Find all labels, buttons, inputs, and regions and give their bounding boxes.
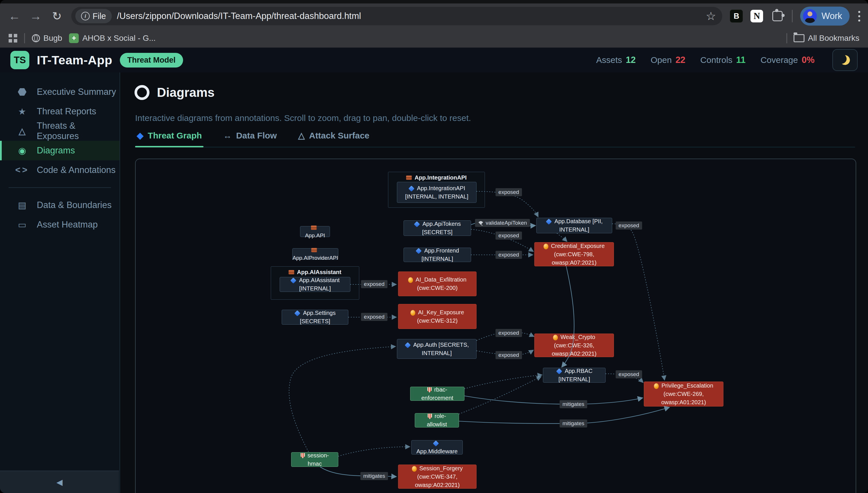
diagram-node-rbacenf[interactable]: rbac-enforcement: [410, 387, 464, 401]
sidebar-item-label: Executive Summary: [37, 87, 116, 97]
page-subtitle: Interactive diagrams from annotations. S…: [135, 113, 471, 123]
diamond-icon: ◆: [137, 130, 143, 141]
profile-button[interactable]: Work: [800, 7, 850, 26]
diagram-node-aikey[interactable]: AI_Key_Exposure (cwe:CWE-312): [398, 304, 477, 329]
warning-icon: △: [298, 130, 305, 141]
screen: ← → ↻ i File /Users/zippon/Downloads/IT-…: [0, 0, 868, 493]
bookmark-label: AHOB x Social - G...: [82, 34, 155, 43]
bookmark-star-icon[interactable]: ☆: [705, 9, 716, 23]
diagram-node-aidataexf[interactable]: AI_Data_Exfiltration (cwe:CWE-200): [398, 272, 477, 296]
tab-threat-graph[interactable]: ◆ Threat Graph: [135, 129, 204, 147]
orange-orb-icon: [412, 466, 417, 472]
orange-orb-icon: [553, 335, 558, 340]
brick-icon: [406, 175, 412, 180]
b-extension-icon[interactable]: B: [730, 9, 743, 23]
sidebar-item-label: Threats & Exposures: [37, 121, 120, 141]
notion-extension-icon[interactable]: N: [750, 10, 763, 22]
diagram-node-api[interactable]: App.API: [300, 226, 330, 237]
blue-diamond-icon: [405, 342, 411, 348]
hexagon-icon: [16, 88, 28, 96]
shield-icon: [427, 387, 432, 393]
edge-roleallow-rbac: [459, 377, 541, 414]
diagram-node-aiproviderapi[interactable]: App.AIProviderAPI: [292, 248, 338, 260]
shield-icon: [428, 414, 432, 419]
stat-coverage: Coverage0%: [761, 55, 814, 65]
edge-label-exposed: exposed: [495, 188, 522, 196]
diagram-node-weakcrypto[interactable]: Weak_Crypto (cwe:CWE-326, owasp:A02:2021…: [534, 334, 614, 357]
forward-icon[interactable]: →: [29, 9, 43, 23]
diagram-node-credential[interactable]: Credential_Exposure (cwe:CWE-798, owasp:…: [534, 242, 614, 266]
blue-diamond-icon: [414, 221, 420, 227]
blue-diamond-icon: [546, 219, 552, 225]
sidebar-item-threats-exposures[interactable]: △ Threats & Exposures: [0, 121, 120, 141]
diagram-node-auth[interactable]: App.Auth [SECRETS, INTERNAL]: [397, 339, 477, 359]
url-bar[interactable]: i File /Users/zippon/Downloads/IT-Team-A…: [71, 7, 722, 25]
diagram-node-database[interactable]: App.Database [PII, INTERNAL]: [536, 218, 612, 233]
diagram-node-integration[interactable]: App.IntegrationAPI [INTERNAL, INTERNAL]: [397, 182, 477, 203]
edge-label-mitigates: mitigates: [559, 420, 587, 428]
blue-diamond-icon: [416, 248, 422, 254]
bookmarks-bar: Bugb + AHOB x Social - G... All Bookmark…: [0, 29, 868, 48]
url-text[interactable]: /Users/zippon/Downloads/IT-Team-App/thre…: [117, 11, 701, 21]
sidebar-item-asset-heatmap[interactable]: ▭ Asset Heatmap: [0, 215, 120, 234]
edge-label-exposed: exposed: [495, 251, 522, 259]
tab-attack-surface[interactable]: △ Attack Surface: [296, 129, 371, 147]
bookmarks-right-separator: [786, 33, 787, 43]
reload-icon[interactable]: ↻: [50, 9, 64, 23]
theme-toggle-button[interactable]: [832, 49, 858, 71]
file-scheme-chip[interactable]: i File: [75, 9, 112, 23]
apps-grid-icon[interactable]: [8, 34, 17, 43]
browser-tab-strip: [0, 0, 868, 3]
profile-label: Work: [822, 11, 842, 21]
browser-toolbar: ← → ↻ i File /Users/zippon/Downloads/IT-…: [0, 3, 868, 29]
diagram-node-privesc[interactable]: Privilege_Escalation (cwe:CWE-269, owasp…: [644, 382, 723, 407]
blue-diamond-icon: [408, 185, 414, 191]
page-title: Diagrams: [157, 85, 215, 100]
sidebar-item-executive-summary[interactable]: Executive Summary: [0, 82, 120, 102]
satellite-icon: [478, 220, 484, 226]
extensions-puzzle-icon[interactable]: [772, 11, 783, 21]
diagram-canvas[interactable]: App.IntegrationAPIApp.AIAssistantexposed…: [135, 158, 856, 493]
bookmark-item-bugb[interactable]: Bugb: [32, 34, 62, 43]
diagram-node-apitokens[interactable]: App.ApiTokens [SECRETS]: [404, 220, 471, 236]
diagram-node-rbac[interactable]: App.RBAC [INTERNAL]: [543, 368, 606, 383]
edge-label-exposed: exposed: [616, 370, 642, 378]
sidebar-collapse-button[interactable]: ◀: [0, 471, 119, 493]
back-icon[interactable]: ←: [7, 9, 21, 23]
bookmark-item-ahob[interactable]: + AHOB x Social - G...: [69, 33, 155, 43]
container-label: App.AIAssistant: [271, 269, 359, 276]
menu-kebab-icon[interactable]: [858, 10, 861, 22]
sidebar-item-diagrams[interactable]: ◉ Diagrams: [0, 141, 120, 160]
threat-model-badge: Threat Model: [120, 53, 183, 67]
edge-label-validateApiToken: validateApiToken: [475, 219, 530, 227]
all-bookmarks-button[interactable]: All Bookmarks: [793, 34, 860, 43]
diagram-node-roleallow[interactable]: role-allowlist: [415, 413, 459, 428]
diagram-node-sessionforgery[interactable]: Session_Forgery (cwe:CWE-347, owasp:A02:…: [398, 465, 477, 489]
folder-icon: [793, 34, 804, 42]
sidebar-item-threat-reports[interactable]: ★ Threat Reports: [0, 102, 120, 121]
tab-label: Attack Surface: [309, 131, 369, 141]
brick-icon: [289, 270, 294, 274]
edge-label-mitigates: mitigates: [360, 472, 388, 480]
sidebar-item-label: Asset Heatmap: [37, 219, 98, 230]
diagram-node-frontend[interactable]: App.Frontend [INTERNAL]: [404, 248, 471, 262]
sidebar-item-data-boundaries[interactable]: ▤ Data & Boundaries: [0, 195, 120, 215]
diagram-node-sessionhmac[interactable]: session-hmac: [291, 452, 338, 467]
file-scheme-label: File: [92, 12, 106, 21]
diagram-node-settings[interactable]: App.Settings [SECRETS]: [282, 310, 348, 325]
tab-data-flow[interactable]: ↔ Data Flow: [221, 129, 278, 147]
stat-controls: Controls11: [700, 55, 746, 65]
stat-assets: Assets12: [596, 55, 636, 65]
info-icon: i: [81, 12, 90, 20]
diagram-edges: [136, 159, 856, 493]
diagram-node-middleware[interactable]: App.Middleware: [411, 440, 463, 454]
edge-label-exposed: exposed: [616, 221, 642, 230]
star-icon: ★: [16, 106, 28, 117]
sidebar-item-code-annotations[interactable]: <> Code & Annotations: [0, 160, 120, 180]
code-icon: <>: [16, 165, 28, 175]
orange-orb-icon: [408, 277, 413, 283]
diagram-node-aiassistant[interactable]: App.AIAssistant [INTERNAL]: [280, 277, 351, 292]
sidebar-item-label: Data & Boundaries: [37, 200, 111, 210]
blue-diamond-icon: [290, 278, 296, 283]
sidebar: Executive Summary ★ Threat Reports △ Thr…: [0, 72, 120, 493]
